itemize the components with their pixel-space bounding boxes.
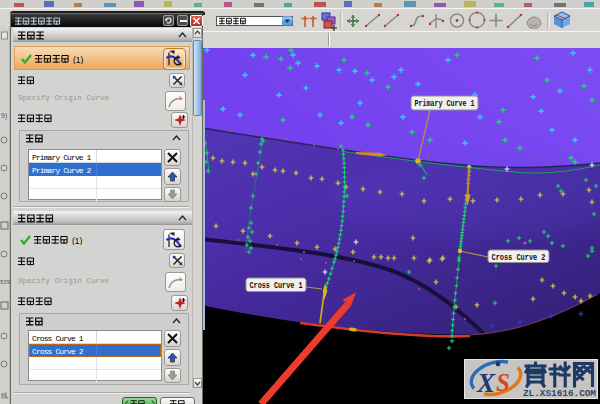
svg-text:Cross Curve 1: Cross Curve 1 xyxy=(250,281,303,290)
svg-text:(1): (1) xyxy=(73,55,84,64)
svg-text:539: 539 xyxy=(0,279,10,285)
svg-text:S: S xyxy=(496,369,510,396)
svg-text:ZL.XS1616.COM: ZL.XS1616.COM xyxy=(523,388,596,399)
svg-text:线: 线 xyxy=(1,392,8,399)
svg-text:X: X xyxy=(476,368,496,398)
svg-text:(1): (1) xyxy=(72,236,83,245)
svg-text:9): 9) xyxy=(1,112,7,120)
svg-text:Cross Curve 2: Cross Curve 2 xyxy=(492,253,546,262)
svg-text:Primary Curve 1: Primary Curve 1 xyxy=(415,99,475,108)
